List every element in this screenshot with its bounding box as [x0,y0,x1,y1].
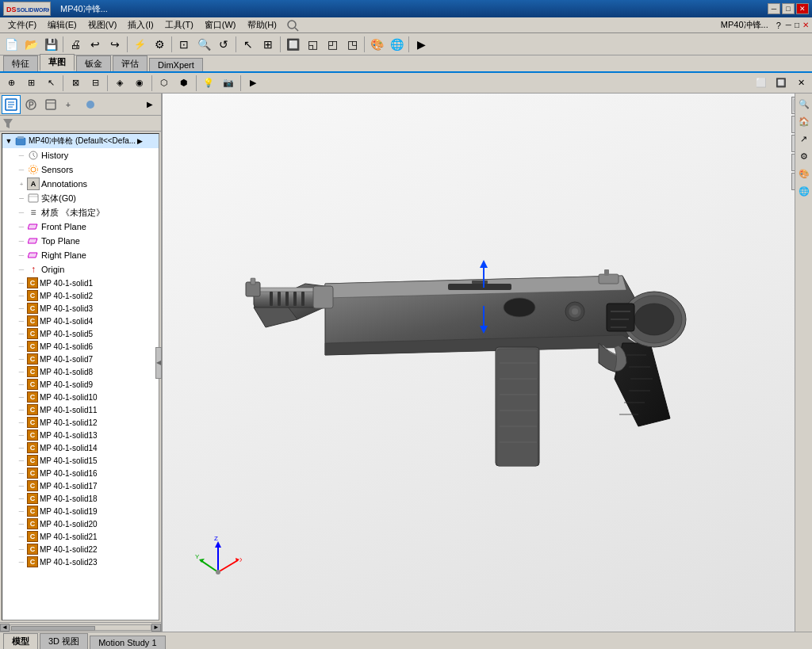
solid8-expand[interactable]: ─ [17,367,26,376]
tab-dimxpert[interactable]: DimXpert [149,58,203,71]
solid6-expand[interactable]: ─ [17,342,26,351]
origin-expand[interactable]: ─ [17,265,26,274]
tree-solid10[interactable]: ─ C MP 40-1-solid10 [2,391,159,403]
menu-insert[interactable]: 插入(I) [123,18,158,32]
tree-origin[interactable]: ─ ↑ Origin [2,262,159,277]
close-button[interactable]: ✕ [796,3,809,14]
appear1-btn[interactable]: 🎨 [367,35,386,54]
history-expand[interactable]: ─ [17,151,26,160]
config-manager-icon[interactable] [41,95,60,114]
tree-solid3[interactable]: ─ C MP 40-1-solid3 [2,302,159,315]
ri-3d[interactable]: 🌐 [797,184,811,198]
collapse-handle[interactable]: ◀ [155,347,162,379]
tree-solid14[interactable]: ─ C MP 40-1-solid14 [2,441,159,454]
redo-btn[interactable]: ↪ [105,35,124,54]
ri-search[interactable]: 🔍 [797,97,811,111]
viewport[interactable]: X Y Z [163,94,812,632]
solid3-expand[interactable]: ─ [17,304,26,313]
material-expand[interactable]: ─ [17,208,26,217]
vt-select2[interactable]: ↖ [41,74,60,93]
vt-view1[interactable]: ⬜ [752,74,771,93]
tree-top-plane[interactable]: ─ Top Plane [2,234,159,248]
tree-solid6[interactable]: ─ C MP 40-1-solid6 [2,340,159,353]
root-expand[interactable]: ▼ [4,136,13,146]
tree-front-plane[interactable]: ─ Front Plane [2,220,159,234]
tab-evaluate[interactable]: 评估 [113,55,147,71]
ri-expand[interactable]: ↗ [797,132,811,146]
tree-solid7[interactable]: ─ C MP 40-1-solid7 [2,353,159,365]
tree-annotations[interactable]: + A Annotations [2,177,159,191]
tree-solid5[interactable]: ─ C MP 40-1-solid5 [2,327,159,340]
tree-body[interactable]: ─ 实体(G0) [2,191,159,205]
solid23-expand[interactable]: ─ [17,557,26,567]
view3-btn[interactable]: ◰ [323,35,342,54]
close-btn2[interactable]: ✕ [802,21,809,29]
tree-solid8[interactable]: ─ C MP 40-1-solid8 [2,365,159,378]
front-plane-expand[interactable]: ─ [17,222,26,231]
solid13-expand[interactable]: ─ [17,430,26,440]
tree-solid12[interactable]: ─ C MP 40-1-solid12 [2,416,159,429]
solid21-expand[interactable]: ─ [17,532,26,541]
rebuild-btn[interactable]: ⚡ [130,35,149,54]
ri-appearance[interactable]: 🎨 [797,166,811,181]
vt-close[interactable]: ✕ [791,74,810,93]
tree-solid9[interactable]: ─ C MP 40-1-solid9 [2,378,159,391]
tree-solid2[interactable]: ─ C MP 40-1-solid2 [2,289,159,302]
tree-right-plane[interactable]: ─ Right Plane [2,248,159,262]
feature-tree[interactable]: ▼ MP40冲锋枪 (Default<<Defa... ▶ ─ History [2,133,159,620]
tree-solid18[interactable]: ─ C MP 40-1-solid18 [2,492,159,505]
more-btn[interactable]: ▶ [412,35,431,54]
tree-solid15[interactable]: ─ C MP 40-1-solid15 [2,454,159,467]
sensors-expand[interactable]: ─ [17,165,26,174]
menu-view[interactable]: 视图(V) [83,18,122,32]
tree-solid16[interactable]: ─ C MP 40-1-solid16 [2,467,159,479]
solid15-expand[interactable]: ─ [17,456,26,465]
h-scrollbar[interactable]: ◄ ► [0,622,161,632]
rotate-btn[interactable]: ↺ [214,35,233,54]
appear2-btn[interactable]: 🌐 [387,35,406,54]
tab-model[interactable]: 模型 [3,633,38,649]
save-btn[interactable]: 💾 [41,35,60,54]
view1-btn[interactable]: 🔲 [283,35,302,54]
tab-sheetmetal[interactable]: 钣金 [76,55,111,71]
help-icon[interactable]: ? [776,21,781,30]
new-btn[interactable]: 📄 [2,35,21,54]
vt-camera[interactable]: 📷 [219,74,238,93]
tab-features[interactable]: 特征 [3,55,38,71]
vt-temp[interactable]: ⬢ [174,74,193,93]
solid9-expand[interactable]: ─ [17,380,26,389]
scroll-right[interactable]: ► [151,624,161,632]
tree-solid22[interactable]: ─ C MP 40-1-solid22 [2,543,159,555]
vt-display1[interactable]: ◈ [110,74,129,93]
tree-solid17[interactable]: ─ C MP 40-1-solid17 [2,479,159,492]
tab-sketch[interactable]: 草图 [40,54,75,71]
top-plane-expand[interactable]: ─ [17,236,26,246]
titlebar-controls[interactable]: ─ □ ✕ [768,3,809,14]
solid19-expand[interactable]: ─ [17,506,26,516]
vt-zoomfit[interactable]: ⊕ [2,74,21,93]
vt-more[interactable]: ▶ [243,74,262,93]
solid7-expand[interactable]: ─ [17,354,26,364]
solid10-expand[interactable]: ─ [17,392,26,402]
solid11-expand[interactable]: ─ [17,405,26,414]
tree-material[interactable]: ─ ≡ 材质 《未指定》 [2,205,159,220]
tree-solid23[interactable]: ─ C MP 40-1-solid23 [2,555,159,568]
solid20-expand[interactable]: ─ [17,519,26,529]
tree-sensors[interactable]: ─ Sensors [2,162,159,177]
scrollbar-track[interactable] [10,624,151,631]
options-btn[interactable]: ⚙ [150,35,169,54]
ri-settings[interactable]: ⚙ [797,149,811,163]
select-btn[interactable]: ↖ [239,35,258,54]
vt-zoomin[interactable]: ⊞ [21,74,40,93]
tree-solid1[interactable]: ─ C MP 40-1-solid1 [2,277,159,289]
appearance-icon[interactable] [81,95,100,114]
solid5-expand[interactable]: ─ [17,329,26,338]
solid4-expand[interactable]: ─ [17,316,26,326]
zoom-in-btn[interactable]: 🔍 [194,35,213,54]
print-btn[interactable]: 🖨 [66,35,85,54]
scrollbar-thumb[interactable] [11,626,95,631]
menu-window[interactable]: 窗口(W) [200,18,241,32]
feature-tree-icon[interactable] [2,95,21,114]
menu-file[interactable]: 文件(F) [3,18,41,32]
tree-solid20[interactable]: ─ C MP 40-1-solid20 [2,517,159,530]
